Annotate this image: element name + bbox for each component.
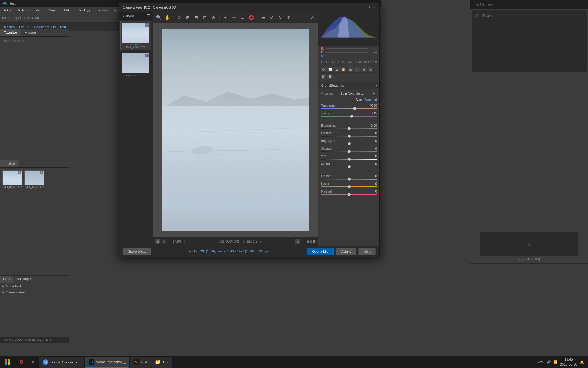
thumb-temperatur[interactable]	[353, 107, 356, 110]
track-temperatur[interactable]	[321, 108, 377, 109]
thumbnail-item-0670[interactable]: ✓ IMG_0670.CR2	[24, 170, 44, 189]
thumb-exponering[interactable]	[348, 127, 351, 130]
thumb-svarta[interactable]	[348, 165, 351, 168]
tool-graduated[interactable]: ▭	[239, 14, 246, 21]
cr-nav-prev[interactable]: ◀	[242, 240, 245, 243]
menu-visa[interactable]: Visa	[33, 8, 45, 13]
tool-adjustment[interactable]: ✏	[231, 14, 237, 21]
tool-rotate-left[interactable]: ↺	[268, 14, 275, 21]
track-exponering[interactable]	[321, 128, 377, 129]
cr-zoom-dropdown[interactable]: ▾	[184, 240, 185, 243]
track-mattnad[interactable]	[321, 194, 377, 195]
tool-wb[interactable]: ⊙	[176, 14, 183, 21]
tool-spotremove[interactable]: ⊕	[210, 14, 217, 21]
taskbar-clock[interactable]: 18:45 2018-03-20	[560, 357, 577, 367]
panel-tool-3[interactable]: ⛰	[334, 67, 340, 73]
thumb-mattnad[interactable]	[348, 193, 351, 196]
track-svarta[interactable]	[321, 167, 377, 167]
menu-etikett[interactable]: Etikett	[62, 8, 76, 13]
tool-crop[interactable]: ⊞	[184, 14, 191, 21]
track-skuggor[interactable]	[321, 151, 377, 152]
panel-tool-8[interactable]: ★	[368, 67, 374, 73]
cr-rating-icon[interactable]: ★	[295, 239, 300, 244]
menu-staplar[interactable]: Staplar	[45, 8, 61, 13]
cr-view-a[interactable]: ▣	[307, 240, 309, 243]
view-mode-compare[interactable]: ⊟	[162, 239, 167, 244]
thumb-hogdagrar[interactable]	[348, 142, 351, 145]
filmstrip-menu[interactable]: ☰	[147, 14, 150, 18]
breadcrumb-thispc[interactable]: This PC	[18, 25, 30, 29]
panel-tool-1[interactable]: ⚙	[320, 67, 326, 73]
tray-lang[interactable]: SWE	[537, 360, 544, 364]
thumb-klarhet[interactable]	[348, 178, 351, 181]
thumb-skuggor[interactable]	[348, 150, 351, 153]
breadcrumb-desktop[interactable]: Desktop	[2, 25, 15, 29]
tool-radial[interactable]: ⭕	[248, 14, 254, 21]
panel-tool-2[interactable]: 📊	[327, 67, 333, 73]
tool-prefs[interactable]: ☰	[260, 14, 266, 21]
menu-redigera[interactable]: Redigera	[14, 8, 33, 13]
grundlaggande-header[interactable]: Grundläggande ▪	[318, 82, 379, 89]
tool-trash[interactable]: 🗑	[285, 14, 292, 21]
tray-network[interactable]: 📶	[553, 360, 558, 364]
film-item-0668[interactable]: ✓ IMG_0668.CR2	[120, 21, 151, 50]
tool-redeye[interactable]: ✦	[222, 14, 229, 21]
tab-innehall[interactable]: Innehåll	[0, 160, 19, 167]
tray-volume[interactable]: 🔊	[547, 360, 551, 364]
panel-options-icon[interactable]: ☰	[65, 278, 67, 281]
film-item-0670[interactable]: ✓ IMG_0670.CR2	[120, 52, 151, 79]
tab-samlingar[interactable]: Samlingar	[13, 276, 35, 283]
track-lyster[interactable]	[321, 186, 377, 187]
cancel-button[interactable]: Avbryt	[336, 248, 356, 255]
track-hogdagrar[interactable]	[321, 144, 377, 144]
cr-settings-icon[interactable]: ⚙	[369, 5, 372, 9]
thumb-kontrast[interactable]	[348, 135, 351, 138]
taskbar-item-folder[interactable]: 📁 Test	[151, 357, 172, 368]
tab-favoriter[interactable]: Favoriter	[0, 29, 21, 36]
task-view-button[interactable]: ⧉	[28, 357, 39, 368]
tab-filter[interactable]: Filter	[0, 276, 13, 283]
standard-link[interactable]: Standard	[364, 98, 377, 102]
menu-arkiv[interactable]: Arkiv	[1, 8, 13, 13]
cr-view-c[interactable]: ☰	[313, 240, 316, 243]
collections-cameraraw[interactable]: ▶ Camera Raw	[0, 289, 69, 295]
track-klarhet[interactable]	[321, 179, 377, 180]
track-kontrast[interactable]	[321, 136, 377, 137]
panel-tool-9[interactable]: ◧	[320, 73, 326, 79]
track-vita[interactable]	[321, 159, 377, 160]
tab-mappar[interactable]: Mappar	[21, 29, 40, 36]
panel-tool-10[interactable]: ☰	[327, 73, 333, 79]
wb-select[interactable]: Som fotograferat	[339, 91, 377, 96]
breadcrumb-documents[interactable]: Dokument (D:)	[34, 25, 56, 29]
cortana-button[interactable]: ⭕	[16, 357, 27, 368]
panel-tool-6[interactable]: ⊕	[354, 67, 360, 73]
tray-notifications[interactable]: 🔔	[580, 360, 584, 364]
taskbar-item-photoshop[interactable]: Ps Adobe Photoshop _	[85, 357, 129, 368]
view-mode-single[interactable]: ▣	[155, 239, 160, 244]
thumb-vita[interactable]	[348, 158, 351, 161]
start-button[interactable]	[0, 356, 15, 368]
bottom-info-text[interactable]: Adobe RGB (1998); 8-bitar; 3648 × 5472 (…	[189, 250, 270, 253]
open-image-button[interactable]: Öppna bild	[307, 248, 334, 255]
tool-zoom[interactable]: 🔍	[155, 14, 162, 21]
tool-rotate-right[interactable]: ↻	[277, 14, 284, 21]
track-toning[interactable]	[321, 116, 377, 117]
panel-tool-7[interactable]: ✱	[361, 67, 367, 73]
thumb-lyster[interactable]	[348, 185, 351, 188]
tool-fullscreen[interactable]: ⤢	[309, 14, 316, 21]
taskbar-item-bridge[interactable]: Br Test	[130, 357, 151, 368]
thumbnail-item-0669[interactable]: ✓ IMG_0669.CR2	[2, 170, 22, 189]
tool-straighten[interactable]: ⊟	[193, 14, 200, 21]
tool-transform[interactable]: ⊡	[202, 14, 208, 21]
breadcrumb-test[interactable]: Test	[59, 25, 66, 29]
thumb-toning[interactable]	[350, 115, 353, 118]
panel-tool-4[interactable]: 🎨	[341, 67, 347, 73]
done-button[interactable]: Klart	[358, 248, 376, 255]
auto-link[interactable]: Auto	[356, 98, 362, 102]
taskbar-item-google[interactable]: G Google Översätt - ...	[39, 357, 84, 368]
tool-hand[interactable]: ✋	[164, 14, 171, 21]
save-image-button[interactable]: Spara bild...	[123, 248, 151, 255]
menu-verktyg[interactable]: Verktyg	[77, 8, 93, 13]
cr-view-b[interactable]: ⊞	[310, 240, 312, 243]
panel-tool-5[interactable]: ◉	[347, 67, 353, 73]
